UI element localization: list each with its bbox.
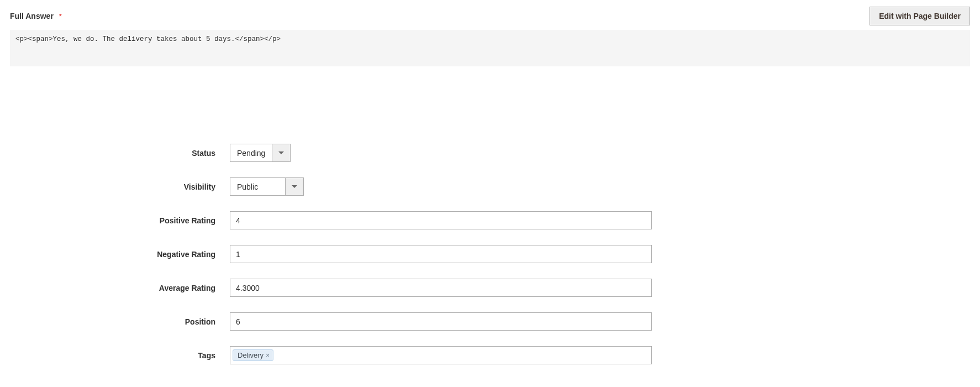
full-answer-label-text: Full Answer	[10, 12, 54, 20]
visibility-select[interactable]: Public	[230, 177, 304, 196]
tags-label: Tags	[10, 351, 230, 360]
status-label: Status	[10, 149, 230, 158]
chevron-down-icon	[272, 144, 290, 161]
negative-rating-label: Negative Rating	[10, 250, 230, 259]
tag-chip-label: Delivery	[238, 351, 264, 359]
position-input[interactable]	[230, 312, 652, 331]
visibility-label: Visibility	[10, 182, 230, 191]
status-select-value: Pending	[230, 144, 272, 161]
status-select[interactable]: Pending	[230, 144, 291, 162]
close-icon[interactable]: ×	[266, 352, 270, 359]
position-label: Position	[10, 317, 230, 326]
negative-rating-input[interactable]	[230, 245, 652, 263]
chevron-down-icon	[285, 178, 303, 195]
positive-rating-label: Positive Rating	[10, 216, 230, 225]
edit-page-builder-button[interactable]: Edit with Page Builder	[870, 7, 970, 25]
tag-chip: Delivery ×	[233, 349, 273, 361]
average-rating-input[interactable]	[230, 279, 652, 297]
positive-rating-input[interactable]	[230, 211, 652, 229]
visibility-select-value: Public	[230, 178, 285, 195]
full-answer-content[interactable]: <p><span>Yes, we do. The delivery takes …	[10, 30, 970, 66]
tags-input[interactable]: Delivery ×	[230, 346, 652, 364]
average-rating-label: Average Rating	[10, 284, 230, 292]
required-asterisk: *	[59, 12, 62, 20]
full-answer-label: Full Answer *	[10, 12, 62, 20]
